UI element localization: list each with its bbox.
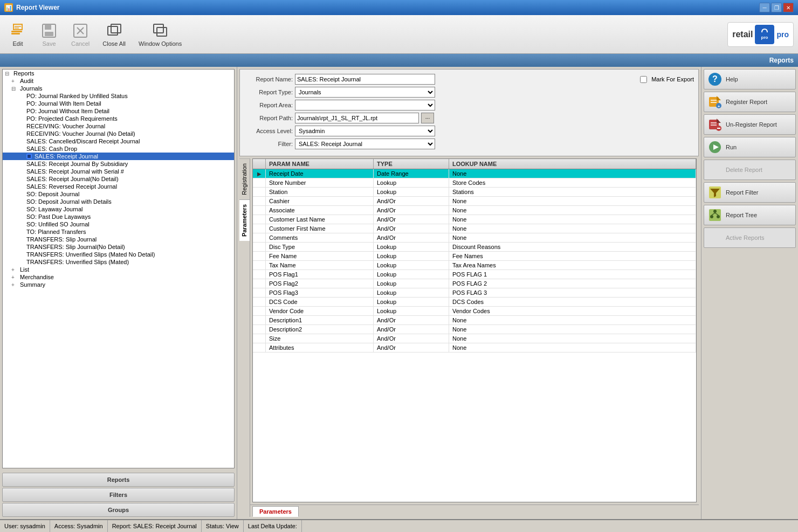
tree-item-journals[interactable]: ⊟Journals (3, 85, 234, 92)
tree-label-transfers-unmated-no: TRANSFERS: Unverified Slips (Mated No De… (26, 251, 155, 258)
tree-item-so-past-due[interactable]: SO: Past Due Layaways (3, 213, 234, 220)
filter-select[interactable]: SALES: Receipt Journal (295, 139, 435, 149)
grid-row-7[interactable]: CommentsAnd/OrNone (253, 233, 696, 243)
report-type-select[interactable]: Journals (295, 87, 435, 98)
tab-parameters[interactable]: Parameters (252, 506, 299, 517)
tree-item-recv-voucher-no[interactable]: RECEIVING: Voucher Journal (No Detail) (3, 130, 234, 137)
cancel-button[interactable]: Cancel (67, 20, 94, 49)
tree-item-po-without[interactable]: PO: Journal Without Item Detail (3, 107, 234, 115)
report-tree[interactable]: ⊟Reports+Audit⊟JournalsPO: Journal Ranke… (2, 69, 235, 468)
tree-item-audit[interactable]: +Audit (3, 77, 234, 85)
tree-item-po-item-detail[interactable]: PO: Journal With Item Detail (3, 100, 234, 107)
access-level-select[interactable]: Sysadmin (295, 126, 435, 136)
tree-expand-reports[interactable]: ⊟ (5, 71, 12, 77)
reports-button[interactable]: Reports (2, 473, 235, 487)
grid-row-0[interactable]: ▶Receipt DateDate RangeNone (253, 169, 696, 178)
delete-report-button[interactable]: Delete Report (704, 160, 796, 180)
grid-row-13[interactable]: POS Flag3LookupPOS FLAG 3 (253, 288, 696, 298)
tree-item-sales-no-detail[interactable]: SALES: Receipt Journal(No Detail) (3, 175, 234, 183)
grid-row-17[interactable]: Description2And/OrNone (253, 325, 696, 334)
active-reports-button[interactable]: Active Reports (704, 227, 796, 248)
tree-label-journals: Journals (20, 85, 43, 92)
tree-item-sales-receipt[interactable]: SALES: Receipt Journal (3, 153, 234, 160)
type-cell-1: Lookup (374, 178, 449, 187)
window-options-button[interactable]: Window Options (134, 20, 186, 49)
close-button[interactable]: ✕ (783, 3, 794, 12)
save-icon (40, 22, 58, 39)
grid-row-8[interactable]: Disc TypeLookupDiscount Reasons (253, 243, 696, 252)
grid-row-9[interactable]: Fee NameLookupFee Names (253, 252, 696, 261)
tree-item-transfers-unmated-no[interactable]: TRANSFERS: Unverified Slips (Mated No De… (3, 251, 234, 258)
edit-button[interactable]: Edit (4, 20, 31, 49)
param-name-cell-7: Comments (266, 233, 374, 242)
grid-row-6[interactable]: Customer First NameAnd/OrNone (253, 224, 696, 233)
save-button[interactable]: Save (36, 20, 63, 49)
tree-item-sales-cancel[interactable]: SALES: Cancelled/Discard Receipt Journal (3, 137, 234, 145)
report-tree-button[interactable]: Report Tree (704, 205, 796, 225)
grid-row-12[interactable]: POS Flag2LookupPOS FLAG 2 (253, 279, 696, 288)
tree-item-transfers-slip-no[interactable]: TRANSFERS: Slip Journal(No Detail) (3, 243, 234, 251)
cancel-icon (72, 22, 89, 39)
minimize-button[interactable]: ─ (759, 3, 770, 12)
tree-item-sales-reversed[interactable]: SALES: Reversed Receipt Journal (3, 183, 234, 190)
browse-button[interactable]: ··· (421, 113, 434, 123)
tree-item-to-planned[interactable]: TO: Planned Transfers (3, 228, 234, 236)
grid-row-14[interactable]: DCS CodeLookupDCS Codes (253, 298, 696, 307)
grid-row-11[interactable]: POS Flag1LookupPOS FLAG 1 (253, 270, 696, 279)
help-button[interactable]: ? Help (704, 69, 796, 89)
tree-item-reports[interactable]: ⊟Reports (3, 70, 234, 77)
tree-item-merchandise[interactable]: +Merchandise (3, 273, 234, 281)
grid-row-15[interactable]: Vendor CodeLookupVendor Codes (253, 307, 696, 316)
tree-label-so-deposit-details: SO: Deposit Journal with Details (26, 198, 112, 205)
grid-row-4[interactable]: AssociateAnd/OrNone (253, 206, 696, 215)
tree-expand-journals[interactable]: ⊟ (11, 86, 19, 92)
register-report-button[interactable]: + Register Report (704, 92, 796, 112)
tree-item-sales-serial[interactable]: SALES: Receipt Journal with Serial # (3, 168, 234, 175)
tree-item-summary[interactable]: +Summary (3, 281, 234, 288)
report-filter-button[interactable]: Report Filter (704, 182, 796, 203)
row-indicator-3 (253, 197, 266, 205)
unregister-report-button[interactable]: Un-Register Report (704, 114, 796, 135)
tree-item-po-unfilled[interactable]: PO: Journal Ranked by Unfilled Status (3, 92, 234, 100)
grid-row-10[interactable]: Tax NameLookupTax Area Names (253, 261, 696, 270)
tree-item-sales-cash[interactable]: SALES: Cash Drop (3, 145, 234, 153)
tree-item-so-unfilled[interactable]: SO: Unfilled SO Journal (3, 220, 234, 228)
side-tab-parameters[interactable]: Parameters (239, 199, 250, 241)
grid-row-3[interactable]: CashierAnd/OrNone (253, 197, 696, 206)
mark-for-export-checkbox[interactable] (640, 76, 647, 83)
tree-item-po-cash[interactable]: PO: Projected Cash Requirements (3, 115, 234, 122)
tree-item-list[interactable]: +List (3, 266, 234, 273)
tree-item-transfers-slip[interactable]: TRANSFERS: Slip Journal (3, 236, 234, 243)
run-button[interactable]: Run (704, 137, 796, 157)
tree-item-recv-voucher[interactable]: RECEIVING: Voucher Journal (3, 122, 234, 130)
tree-item-so-deposit-details[interactable]: SO: Deposit Journal with Details (3, 198, 234, 205)
tree-item-so-deposit[interactable]: SO: Deposit Journal (3, 190, 234, 198)
tree-label-so-unfilled: SO: Unfilled SO Journal (26, 221, 90, 227)
side-tab-registration[interactable]: Registration (239, 158, 250, 199)
tree-expand-audit[interactable]: + (11, 78, 19, 84)
grid-row-1[interactable]: Store NumberLookupStore Codes (253, 178, 696, 188)
report-area-select[interactable] (295, 100, 435, 110)
grid-row-2[interactable]: StationLookupStations (253, 188, 696, 197)
report-name-input[interactable] (295, 74, 435, 85)
tree-item-transfers-unmated[interactable]: TRANSFERS: Unverified Slips (Mated) (3, 258, 234, 266)
tree-expand-merchandise[interactable]: + (11, 274, 19, 280)
tree-item-sales-subsidiary[interactable]: SALES: Receipt Journal By Subsidiary (3, 160, 234, 168)
svg-text:pro: pro (761, 35, 768, 40)
grid-row-19[interactable]: AttributesAnd/OrNone (253, 343, 696, 353)
groups-button[interactable]: Groups (2, 503, 235, 517)
grid-row-16[interactable]: Description1And/OrNone (253, 316, 696, 325)
tree-item-so-layaway[interactable]: SO: Layaway Journal (3, 205, 234, 213)
tree-expand-summary[interactable]: + (11, 282, 19, 288)
grid-row-18[interactable]: SizeAnd/OrNone (253, 334, 696, 343)
filters-button[interactable]: Filters (2, 488, 235, 502)
active-reports-icon (707, 230, 723, 245)
row-indicator-5 (253, 215, 266, 224)
close-all-button[interactable]: Close All (98, 20, 130, 49)
row-indicator-19 (253, 343, 266, 352)
tree-expand-list[interactable]: + (11, 267, 19, 273)
grid-row-5[interactable]: Customer Last NameAnd/OrNone (253, 215, 696, 224)
grid-body[interactable]: ▶Receipt DateDate RangeNoneStore NumberL… (253, 169, 696, 502)
restore-button[interactable]: ❐ (771, 3, 782, 12)
report-path-input[interactable] (295, 113, 419, 123)
